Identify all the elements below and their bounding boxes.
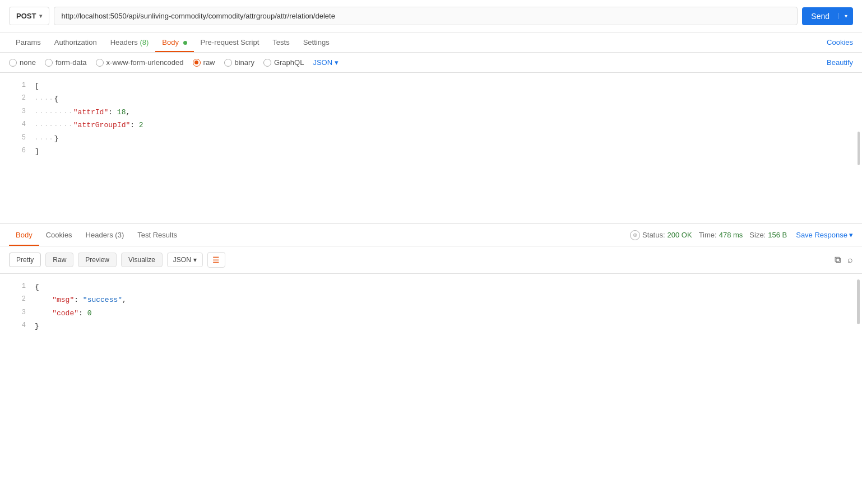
tab-params[interactable]: Params (9, 32, 48, 52)
request-body-editor[interactable]: 1 [ 2 ····{ 3 ········"attrId": 18, 4 ··… (0, 73, 862, 224)
format-preview-button[interactable]: Preview (78, 253, 117, 267)
send-button[interactable]: Send ▾ (802, 7, 853, 25)
body-type-bar: none form-data x-www-form-urlencoded raw… (0, 53, 862, 73)
response-format-bar: Pretty Raw Preview Visualize JSON ▾ ☰ ⧉ … (0, 246, 862, 274)
method-label: POST (16, 12, 36, 20)
save-response-button[interactable]: Save Response ▾ (796, 231, 853, 239)
body-type-graphql[interactable]: GraphQL (263, 58, 304, 67)
tab-tests[interactable]: Tests (266, 32, 296, 52)
size-value: 156 B (768, 231, 787, 239)
response-tabs: Body Cookies Headers (3) Test Results ⊕ … (0, 224, 862, 246)
response-json-chevron-icon: ▾ (193, 256, 197, 264)
wrap-icon: ☰ (212, 255, 220, 264)
radio-raw (193, 59, 201, 67)
tab-authorization[interactable]: Authorization (48, 32, 104, 52)
save-response-chevron-icon: ▾ (849, 231, 853, 239)
body-type-none[interactable]: none (9, 58, 36, 67)
json-chevron-icon: ▾ (335, 58, 339, 67)
radio-urlencoded (96, 59, 104, 67)
response-json-selector[interactable]: JSON ▾ (167, 253, 203, 267)
body-type-binary[interactable]: binary (224, 58, 254, 67)
code-line-1: 1 [ (9, 80, 853, 92)
radio-formdata (45, 59, 53, 67)
response-scrollbar[interactable] (857, 279, 860, 324)
radio-none (9, 59, 17, 67)
resp-line-1: 1 { (9, 281, 853, 293)
code-line-5: 5 ····} (9, 132, 853, 145)
code-line-3: 3 ········"attrId": 18, (9, 106, 853, 119)
body-type-urlencoded[interactable]: x-www-form-urlencoded (96, 58, 184, 67)
tab-prerequest[interactable]: Pre-request Script (194, 32, 266, 52)
url-bar: POST ▾ Send ▾ (0, 0, 862, 32)
tab-settings[interactable]: Settings (296, 32, 336, 52)
code-line-4: 4 ········"attrGroupId": 2 (9, 119, 853, 132)
radio-binary (224, 59, 232, 67)
radio-graphql (263, 59, 271, 67)
method-selector[interactable]: POST ▾ (9, 7, 49, 25)
globe-icon: ⊕ (630, 230, 640, 240)
response-tab-body[interactable]: Body (9, 224, 39, 246)
cookies-link[interactable]: Cookies (827, 38, 853, 46)
body-type-formdata[interactable]: form-data (45, 58, 87, 67)
search-icon[interactable]: ⌕ (847, 255, 853, 265)
response-tab-cookies[interactable]: Cookies (39, 224, 79, 246)
format-raw-button[interactable]: Raw (45, 253, 73, 267)
format-visualize-button[interactable]: Visualize (121, 253, 163, 267)
code-line-6: 6 ] (9, 145, 853, 158)
tab-body[interactable]: Body (155, 32, 193, 52)
time-value: 478 ms (719, 231, 743, 239)
url-input[interactable] (54, 7, 798, 25)
wrap-button[interactable]: ☰ (207, 252, 225, 268)
body-type-raw[interactable]: raw (193, 58, 215, 67)
status-value: 200 OK (668, 231, 692, 239)
editor-scrollbar[interactable] (858, 132, 860, 165)
tab-headers[interactable]: Headers (8) (104, 32, 156, 52)
format-pretty-button[interactable]: Pretty (9, 253, 41, 267)
response-tab-testresults[interactable]: Test Results (131, 224, 184, 246)
copy-icon[interactable]: ⧉ (835, 255, 841, 265)
send-dropdown-icon[interactable]: ▾ (838, 13, 853, 19)
beautify-button[interactable]: Beautify (827, 58, 853, 67)
response-toolbar-icons: ⧉ ⌕ (835, 255, 853, 265)
response-tab-headers[interactable]: Headers (3) (79, 224, 131, 246)
response-body-editor: 1 { 2 "msg": "success", 3 "code": 0 4 } (0, 274, 862, 363)
method-chevron-icon: ▾ (39, 13, 42, 19)
json-type-selector[interactable]: JSON ▾ (313, 58, 339, 67)
request-tabs: Params Authorization Headers (8) Body Pr… (0, 32, 862, 53)
resp-line-3: 3 "code": 0 (9, 307, 853, 320)
send-label: Send (802, 12, 838, 21)
response-section: Body Cookies Headers (3) Test Results ⊕ … (0, 224, 862, 363)
response-meta: ⊕ Status: 200 OK Time: 478 ms Size: 156 … (630, 230, 853, 240)
code-line-2: 2 ····{ (9, 92, 853, 105)
resp-line-4: 4 } (9, 320, 853, 333)
resp-line-2: 2 "msg": "success", (9, 293, 853, 306)
